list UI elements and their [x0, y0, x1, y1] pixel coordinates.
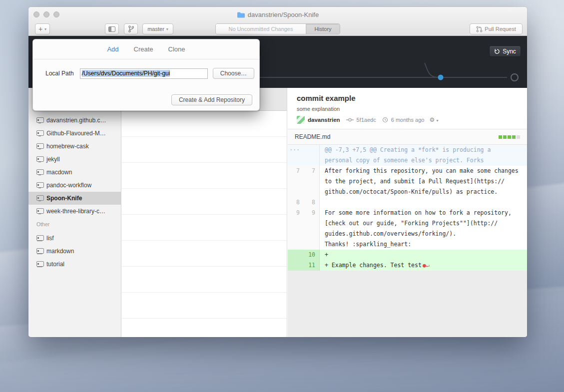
tab-create[interactable]: Create	[134, 45, 153, 53]
diff-line: For some more information on how to fork…	[325, 208, 527, 218]
invisible-char-marker: ●↵	[423, 262, 430, 269]
diff-row: 88	[288, 197, 527, 208]
sidebar-item-label: markdown	[46, 248, 74, 255]
toggle-sidebar-button[interactable]	[105, 23, 119, 34]
diff-file-header[interactable]: README.md	[288, 129, 527, 145]
diff-stat-block	[512, 135, 516, 139]
diff-line: github.com/octocat/Spoon-Knife/pulls) as…	[325, 187, 527, 197]
view-segmented-control: No Uncommitted Changes History	[215, 23, 340, 34]
commit-time: 6 months ago	[391, 117, 425, 123]
commit-description: some explanation	[297, 106, 527, 112]
diff-view: ···@@ -7,3 +7,5 @@ Creating a *fork* is …	[288, 145, 527, 337]
commit-list-row[interactable]	[121, 241, 287, 267]
diff-row: 10+	[288, 250, 527, 260]
app-window: davanstrien/Spoon-Knife +▾ master ▾ No U…	[28, 7, 527, 337]
tab-uncommitted-changes[interactable]: No Uncommitted Changes	[216, 24, 306, 34]
diff-line: After forking this repository, you can m…	[325, 166, 527, 176]
commit-sha: 5f1aedc	[357, 117, 376, 123]
chevron-down-icon: ▾	[166, 27, 168, 31]
sidebar-item-week-three-library-c-[interactable]: week-three-library-c…	[28, 205, 121, 218]
plus-icon: +	[38, 25, 42, 33]
tab-history[interactable]: History	[306, 24, 340, 34]
sidebar-item-label: pandoc-workflow	[46, 182, 91, 189]
commit-title: commit example	[297, 94, 527, 102]
commit-list-row[interactable]	[121, 293, 287, 319]
graph-loading-node	[511, 74, 518, 81]
diff-row: 99For some more information on how to fo…	[288, 208, 527, 250]
diff-gutter-old: ···	[288, 145, 304, 166]
tab-add[interactable]: Add	[107, 45, 118, 53]
sidebar-item-homebrew-cask[interactable]: homebrew-cask	[28, 140, 121, 153]
diff-line: to the project, and submit [a Pull Reque…	[325, 176, 527, 187]
sidebar-item-markdown[interactable]: markdown	[28, 245, 121, 258]
sidebar-item-davanstrien-github-c-[interactable]: davanstrien.github.c…	[28, 114, 121, 127]
repo-icon	[36, 130, 43, 136]
diff-row: 77After forking this repository, you can…	[288, 166, 527, 197]
branch-icon	[128, 25, 134, 32]
sidebar-item-github-flavoured-m-[interactable]: Github-Flavoured-M…	[28, 127, 121, 140]
chevron-down-icon: ▾	[44, 27, 46, 31]
create-branch-button[interactable]	[124, 23, 138, 34]
gear-icon[interactable]: ⚙ ▾	[429, 116, 438, 123]
diff-gutter-old: 7	[288, 166, 304, 197]
diff-line: @@ -7,3 +7,5 @@ Creating a *fork* is pro…	[325, 145, 527, 155]
commit-list-row[interactable]	[121, 267, 287, 293]
graph-commit-dot	[438, 75, 444, 80]
pull-request-button[interactable]: Pull Request	[470, 23, 523, 34]
repo-icon	[36, 195, 43, 201]
sidebar-item-macdown[interactable]: macdown	[28, 166, 121, 179]
choose-button[interactable]: Choose…	[213, 68, 254, 79]
diff-row: ···@@ -7,3 +7,5 @@ Creating a *fork* is …	[288, 145, 527, 166]
sidebar-item-jekyll[interactable]: jekyll	[28, 153, 121, 166]
diff-line: personal copy of someone else's project.…	[325, 155, 527, 166]
branch-name: master	[147, 26, 164, 32]
commit-list-row[interactable]	[121, 319, 287, 337]
toolbar: +▾ master ▾ No Uncommitted Changes Histo…	[28, 22, 527, 36]
diff-gutter-old: 8	[288, 197, 304, 208]
sidebar-item-lisf[interactable]: lisf	[28, 232, 121, 245]
sidebar-item-label: week-three-library-c…	[46, 208, 105, 215]
diff-stat-blocks	[499, 135, 520, 139]
laptop-icon	[36, 261, 43, 267]
diff-gutter-old: 9	[288, 208, 304, 250]
diff-code: + Example changes. Test test●↵	[320, 260, 527, 271]
pull-request-label: Pull Request	[485, 26, 516, 32]
create-add-repository-button[interactable]: Create & Add Repository	[171, 94, 252, 105]
sync-icon	[494, 48, 500, 54]
local-path-input[interactable]: /Users/dvs/Documents/PH/git-gui	[80, 68, 208, 79]
diff-line: Thanks! :sparkling_heart:	[325, 239, 527, 250]
diff-gutter-new: 8	[304, 197, 320, 208]
diff-gutter-old	[288, 260, 304, 271]
sidebar-item-label: lisf	[46, 235, 54, 242]
repo-icon	[36, 143, 43, 149]
sidebar-item-tutorial[interactable]: tutorial	[28, 258, 121, 271]
commit-list-row[interactable]	[121, 137, 287, 163]
commit-header: commit example some explanation davanstr…	[288, 88, 527, 129]
local-path-label: Local Path	[45, 70, 74, 77]
tab-clone[interactable]: Clone	[168, 45, 185, 53]
diff-gutter-new: 9	[304, 208, 320, 250]
diff-stat-block	[499, 135, 502, 139]
commit-list-row[interactable]	[121, 215, 287, 241]
file-name: README.md	[295, 133, 330, 140]
add-repository-popover: Add Create Clone Local Path /Users/dvs/D…	[32, 39, 260, 111]
commit-list-row[interactable]	[121, 111, 287, 137]
branch-dropdown[interactable]: master ▾	[142, 23, 173, 34]
diff-code: After forking this repository, you can m…	[320, 166, 527, 197]
commit-list	[121, 111, 287, 337]
commit-list-row[interactable]	[121, 163, 287, 189]
diff-gutter-new	[304, 145, 320, 166]
add-repository-button[interactable]: +▾	[35, 23, 50, 34]
sync-button[interactable]: Sync	[489, 45, 521, 57]
avatar	[297, 116, 305, 124]
commit-list-row[interactable]	[121, 189, 287, 215]
repo-icon	[36, 169, 43, 175]
commit-list-panel	[121, 88, 287, 337]
repo-icon	[36, 156, 43, 162]
folder-icon	[237, 11, 245, 18]
sidebar-item-pandoc-workflow[interactable]: pandoc-workflow	[28, 179, 121, 192]
commit-detail-panel: commit example some explanation davanstr…	[288, 88, 527, 337]
sidebar-item-spoon-knife[interactable]: Spoon-Knife	[28, 192, 121, 205]
sidebar-item-label: Github-Flavoured-M…	[46, 130, 106, 137]
repo-icon	[36, 117, 43, 123]
